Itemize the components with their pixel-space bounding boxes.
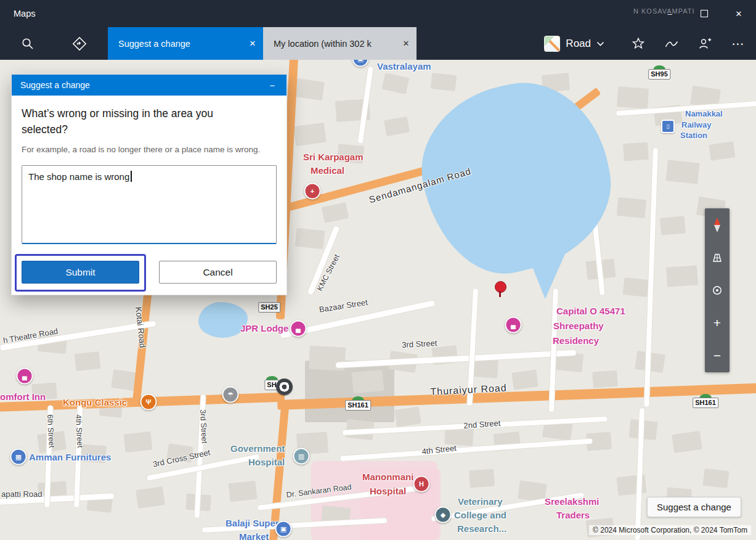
sign-in-button[interactable] bbox=[696, 31, 714, 56]
minimize-icon: – bbox=[667, 9, 672, 18]
hotel-poi-icon[interactable]: ▄ bbox=[17, 368, 33, 385]
map-pin-stem bbox=[499, 291, 501, 297]
map-label: Amman Furnitures bbox=[29, 452, 111, 462]
road-shield-sh25: SH25 bbox=[258, 302, 280, 313]
junction-marker-icon[interactable] bbox=[276, 378, 293, 395]
dialog-header: Suggest a change − bbox=[12, 75, 287, 96]
close-button[interactable]: ✕ bbox=[721, 0, 756, 27]
map-label: Research... bbox=[457, 523, 506, 534]
map-label: Bazaar Street bbox=[319, 298, 368, 315]
generic-poi-icon[interactable]: ☂ bbox=[222, 387, 239, 403]
compass-south-icon bbox=[714, 225, 720, 232]
road-style-label: Road bbox=[566, 38, 591, 50]
change-description-input[interactable]: The shop name is wrong bbox=[22, 165, 277, 244]
map-building bbox=[703, 468, 730, 488]
zoom-in-button[interactable]: + bbox=[705, 307, 730, 340]
map-building bbox=[660, 216, 686, 235]
map-building bbox=[394, 406, 421, 427]
submit-button[interactable]: Submit bbox=[22, 261, 139, 284]
government-poi-icon[interactable]: ▥ bbox=[293, 448, 310, 465]
map-building bbox=[229, 481, 258, 502]
map-label: Manonmani bbox=[362, 472, 413, 482]
text-caret bbox=[131, 171, 132, 182]
maps-window: ▯ Tamilnadu KhadiVastralayamSri Karpagam… bbox=[0, 0, 756, 540]
tab-close-icon[interactable]: ✕ bbox=[396, 39, 417, 48]
map-label: Sreelakshmi bbox=[545, 496, 599, 507]
compass-north-icon bbox=[714, 218, 720, 225]
suggest-change-dialog: Suggest a change − What’s wrong or missi… bbox=[11, 74, 287, 295]
dialog-title: Suggest a change bbox=[12, 80, 258, 90]
app-title: Maps bbox=[14, 9, 35, 18]
directions-button[interactable] bbox=[67, 27, 92, 60]
tab-bar: Suggest a change ✕ My location (within 3… bbox=[0, 27, 756, 60]
map-style-selector[interactable]: Road bbox=[544, 36, 604, 52]
map-label: 6th Street bbox=[46, 414, 56, 448]
map-building bbox=[617, 86, 649, 108]
map-building bbox=[623, 277, 649, 297]
map-building bbox=[75, 351, 101, 371]
map-building bbox=[511, 369, 539, 390]
more-button[interactable]: ⋯ bbox=[729, 31, 747, 56]
map-building bbox=[617, 475, 647, 496]
furniture-poi-icon[interactable]: ▦ bbox=[10, 449, 27, 465]
map-label: College and bbox=[454, 510, 506, 520]
suggest-a-change-button[interactable]: Suggest a change bbox=[647, 497, 741, 517]
tab-suggest-a-change[interactable]: Suggest a change ✕ bbox=[108, 27, 263, 60]
maximize-icon bbox=[701, 10, 708, 17]
maximize-button[interactable] bbox=[687, 0, 721, 27]
tab-label: Suggest a change bbox=[108, 39, 242, 49]
map-building bbox=[295, 228, 325, 250]
close-icon: ✕ bbox=[736, 9, 742, 18]
map-label: Balaji Super bbox=[226, 518, 279, 528]
chevron-down-icon bbox=[596, 41, 604, 46]
minus-icon: − bbox=[713, 348, 721, 363]
favorites-button[interactable] bbox=[629, 31, 648, 56]
restaurant-poi-icon[interactable]: Ψ bbox=[140, 394, 157, 411]
map-label: Kongu Classic bbox=[63, 397, 127, 407]
hotel-poi-icon[interactable]: ▄ bbox=[505, 317, 522, 333]
map-building bbox=[295, 78, 325, 100]
map-label: 4th Street bbox=[421, 444, 457, 457]
dialog-minimize-button[interactable]: − bbox=[258, 80, 287, 91]
map-label: Namakkal bbox=[685, 110, 723, 119]
zoom-out-button[interactable]: − bbox=[705, 340, 730, 372]
map-building bbox=[666, 265, 698, 287]
railway-station-icon[interactable]: ▯ bbox=[661, 120, 675, 133]
search-button[interactable] bbox=[15, 27, 41, 60]
college-poi-icon[interactable]: ◆ bbox=[435, 507, 452, 523]
map-label: Railway bbox=[681, 121, 711, 130]
ink-button[interactable] bbox=[662, 31, 681, 56]
hospital-poi-icon[interactable]: H bbox=[413, 476, 430, 493]
map-building bbox=[384, 117, 410, 136]
add-person-icon bbox=[697, 36, 712, 51]
map-building bbox=[623, 142, 649, 162]
map-building bbox=[592, 370, 618, 388]
map-building bbox=[709, 141, 735, 160]
map-label: Capital O 45471 bbox=[556, 306, 625, 316]
map-label: Hospital bbox=[248, 457, 285, 467]
suggest-a-change-label: Suggest a change bbox=[657, 502, 731, 512]
cancel-button[interactable]: Cancel bbox=[159, 261, 277, 284]
tab-close-icon[interactable]: ✕ bbox=[242, 39, 263, 48]
search-icon bbox=[21, 37, 35, 51]
hotel-poi-icon[interactable]: ▄ bbox=[290, 321, 307, 337]
map-label: omfort Inn bbox=[0, 391, 46, 402]
directions-icon bbox=[72, 36, 87, 51]
input-text: The shop name is wrong bbox=[28, 171, 129, 182]
locate-me-button[interactable] bbox=[705, 274, 730, 306]
medical-poi-icon[interactable]: + bbox=[304, 183, 321, 200]
map-label: JPR Lodge bbox=[240, 323, 288, 333]
map-building bbox=[672, 431, 702, 453]
map-building bbox=[382, 73, 410, 94]
road-shield-sh161: SH161 bbox=[345, 396, 371, 411]
tab-my-location[interactable]: My location (within 302 k ✕ bbox=[263, 27, 417, 60]
market-poi-icon[interactable]: ▣ bbox=[275, 521, 292, 538]
compass-button[interactable] bbox=[705, 208, 730, 241]
tilt-grid-icon bbox=[711, 252, 723, 263]
minimize-button[interactable]: – bbox=[652, 0, 687, 27]
tab-label: My location (within 302 k bbox=[263, 39, 396, 49]
map-building bbox=[322, 202, 349, 223]
tilt-button[interactable] bbox=[705, 241, 730, 274]
title-bar: Maps N KOSAVAMPATI – ✕ bbox=[0, 0, 756, 27]
road-shield-sh95: SH95 bbox=[648, 65, 670, 80]
